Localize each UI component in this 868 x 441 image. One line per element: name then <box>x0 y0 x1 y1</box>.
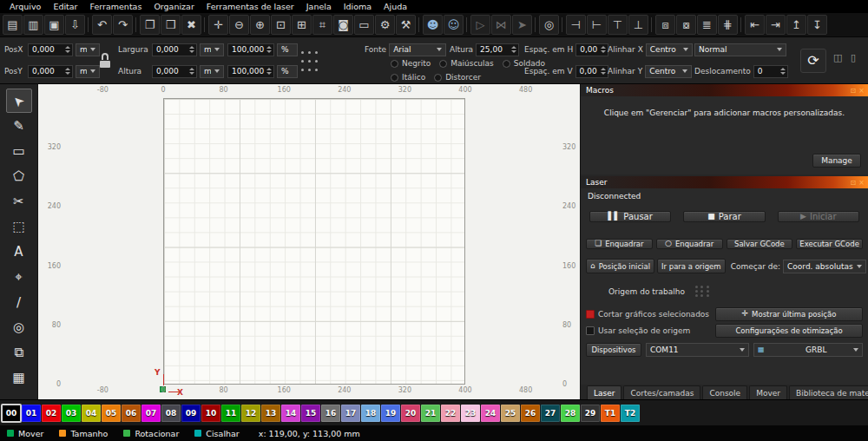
palette-swatch-17[interactable]: 17 <box>341 405 360 422</box>
zoom-to-selection-button[interactable]: ⊞ <box>292 15 312 35</box>
palette-swatch-20[interactable]: 20 <box>401 405 420 422</box>
push-right-button[interactable]: ⇥ <box>766 15 786 35</box>
measure-tool[interactable]: ∕ <box>6 290 32 314</box>
palette-swatch-t1[interactable]: T1 <box>601 405 620 422</box>
tab-cortes-camadas[interactable]: Cortes/camadas <box>623 385 700 399</box>
scale-x-input[interactable]: 100,000 <box>227 43 274 56</box>
welded-checkbox[interactable] <box>503 60 510 68</box>
zoom-to-page-button[interactable]: ⊡ <box>271 15 291 35</box>
float-panel-icon[interactable]: ⊡ <box>851 179 857 187</box>
stepper-icon[interactable] <box>65 68 70 75</box>
push-down-button[interactable]: ↧ <box>807 15 827 35</box>
multi-user-button[interactable]: ☻ <box>423 15 443 35</box>
palette-swatch-27[interactable]: 27 <box>541 405 560 422</box>
laser-header[interactable]: Laser ⊡× <box>581 176 868 188</box>
align-x-select[interactable]: Centro <box>646 43 693 56</box>
pan-button[interactable]: ✛ <box>208 15 228 35</box>
preview-button[interactable]: ▭ <box>354 15 374 35</box>
offset-input[interactable]: 0 <box>753 65 788 78</box>
menu-item-organizar[interactable]: Organizar <box>148 0 200 13</box>
palette-swatch-04[interactable]: 04 <box>82 405 101 422</box>
palette-swatch-11[interactable]: 11 <box>221 405 240 422</box>
palette-swatch-t2[interactable]: T2 <box>621 405 640 422</box>
palette-swatch-01[interactable]: 01 <box>22 405 41 422</box>
palette-swatch-00[interactable]: 00 <box>2 405 21 422</box>
stepper-icon[interactable] <box>266 46 272 53</box>
frame-button[interactable]: ⌗ <box>312 15 332 35</box>
pause-button[interactable]: ▌▌Pausar <box>589 211 671 222</box>
posx-unit-select[interactable]: mm <box>76 43 100 56</box>
run-gcode-button[interactable]: Executar GCode <box>796 239 863 249</box>
tab-console[interactable]: Console <box>702 385 747 399</box>
width-input[interactable]: 0,000 <box>152 43 197 56</box>
settings-button[interactable]: ⚙ <box>375 15 395 35</box>
palette-swatch-24[interactable]: 24 <box>481 405 500 422</box>
save-gcode-button[interactable]: Salvar GCode <box>727 239 793 249</box>
scale-y-input[interactable]: 100,000 <box>227 65 274 78</box>
stepper-icon[interactable] <box>511 46 516 53</box>
push-up-button[interactable]: ↥ <box>786 15 806 35</box>
anchor-point-selector[interactable] <box>299 48 319 74</box>
align-left-button[interactable]: ⊣ <box>566 15 586 35</box>
palette-swatch-07[interactable]: 07 <box>141 405 161 422</box>
palette-swatch-10[interactable]: 10 <box>201 405 220 422</box>
edit-nodes-tool[interactable]: ✂ <box>6 189 32 214</box>
port-select[interactable]: COM11 <box>646 343 749 357</box>
menu-item-janela[interactable]: Janela <box>300 0 338 13</box>
manage-macros-button[interactable]: Manage <box>812 154 861 168</box>
hspace-input[interactable]: 0,00 <box>575 43 608 56</box>
stepper-icon[interactable] <box>266 68 272 75</box>
refresh-fields-button[interactable]: ⟳ <box>800 49 826 73</box>
select-tool[interactable]: ➤ <box>6 89 32 113</box>
palette-swatch-13[interactable]: 13 <box>261 405 280 422</box>
rectangle-tool[interactable]: ▭ <box>6 139 32 163</box>
tab-biblioteca-de-materiais[interactable]: Biblioteca de materiais <box>789 385 868 399</box>
home-button[interactable]: ⌂Posição inicial <box>586 259 654 273</box>
push-left-button[interactable]: ⇤ <box>745 15 765 35</box>
show-laser-position-button[interactable]: ◎ <box>539 15 559 35</box>
array-tool[interactable]: ▦ <box>6 365 32 390</box>
copy-button[interactable]: ❐ <box>140 15 160 35</box>
palette-swatch-18[interactable]: 18 <box>361 405 380 422</box>
open-file-button[interactable]: ▥ <box>23 15 43 35</box>
palette-swatch-22[interactable]: 22 <box>441 405 460 422</box>
close-panel-icon[interactable]: × <box>858 87 865 95</box>
menu-item-ferramentas-de-laser[interactable]: Ferramentas de laser <box>201 0 300 13</box>
bold-checkbox[interactable] <box>391 60 398 68</box>
menu-item-ajuda[interactable]: Ajuda <box>378 0 413 13</box>
italic-checkbox[interactable] <box>391 74 398 82</box>
show-last-position-button[interactable]: ✛Mostrar última posição <box>715 307 863 321</box>
palette-swatch-08[interactable]: 08 <box>161 405 181 422</box>
menu-item-ferramentas[interactable]: Ferramentas <box>84 0 148 13</box>
start-from-select[interactable]: Coord. absolutas <box>783 260 866 273</box>
palette-swatch-12[interactable]: 12 <box>241 405 260 422</box>
palette-swatch-25[interactable]: 25 <box>501 405 520 422</box>
menu-item-idioma[interactable]: Idioma <box>338 0 378 13</box>
import-button[interactable]: ⇩ <box>65 15 85 35</box>
palette-swatch-19[interactable]: 19 <box>381 405 400 422</box>
uppercase-checkbox[interactable] <box>439 60 447 68</box>
undo-button[interactable]: ↶ <box>92 15 112 35</box>
user-button[interactable]: ☺ <box>444 15 464 35</box>
palette-swatch-09[interactable]: 09 <box>181 405 201 422</box>
stepper-icon[interactable] <box>189 46 194 53</box>
cut-selected-checkbox[interactable] <box>586 310 595 319</box>
flip-button[interactable]: ⋈ <box>491 15 511 35</box>
stepper-icon[interactable] <box>601 46 606 53</box>
distribute-horizontal-button[interactable]: ≣ <box>697 15 717 35</box>
align-y-select[interactable]: Centro <box>645 65 692 78</box>
offset-shapes-tool[interactable]: ◎ <box>6 315 32 339</box>
text-tool[interactable]: A <box>6 240 32 264</box>
redo-button[interactable]: ↷ <box>113 15 133 35</box>
font-height-input[interactable]: 25,00 <box>476 43 519 56</box>
job-origin-selector[interactable] <box>694 285 711 298</box>
posy-input[interactable]: 0,000 <box>28 65 73 78</box>
new-file-button[interactable]: ▤ <box>3 15 23 35</box>
zoom-in-button[interactable]: ⊕ <box>250 15 270 35</box>
height-input[interactable]: 0,000 <box>152 65 197 78</box>
height-unit-select[interactable]: mm <box>200 65 224 78</box>
stepper-icon[interactable] <box>65 46 70 53</box>
font-select[interactable]: Arial <box>389 43 446 56</box>
stepper-icon[interactable] <box>780 68 786 75</box>
save-button[interactable]: ▣ <box>44 15 64 35</box>
